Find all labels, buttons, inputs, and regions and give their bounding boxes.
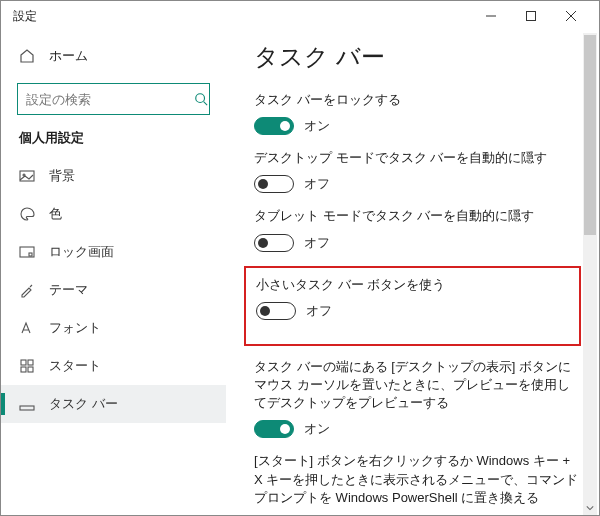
picture-icon (19, 168, 35, 184)
scrollbar-thumb[interactable] (584, 35, 596, 235)
svg-rect-13 (28, 367, 33, 372)
sidebar-item-start[interactable]: スタート (1, 347, 226, 385)
toggle-switch[interactable] (256, 302, 296, 320)
setting-label: [スタート] ボタンを右クリックするか Windows キー + X キーを押し… (254, 452, 581, 507)
toggle-state-label: オフ (304, 234, 330, 252)
toggle-switch[interactable] (254, 117, 294, 135)
svg-rect-10 (21, 360, 26, 365)
sidebar-item-label: 背景 (49, 167, 75, 185)
sidebar-item-label: ロック画面 (49, 243, 114, 261)
svg-point-4 (196, 94, 205, 103)
toggle-state-label: オン (304, 117, 330, 135)
sidebar-item-label: テーマ (49, 281, 88, 299)
svg-rect-12 (21, 367, 26, 372)
sidebar-item-fonts[interactable]: フォント (1, 309, 226, 347)
scrollbar[interactable] (583, 33, 597, 515)
content-pane: タスク バー タスク バーをロックするオンデスクトップ モードでタスク バーを自… (226, 31, 599, 516)
sidebar-item-colors[interactable]: 色 (1, 195, 226, 233)
titlebar: 設定 (1, 1, 599, 31)
theme-icon (19, 282, 35, 298)
font-icon (19, 320, 35, 336)
minimize-button[interactable] (471, 1, 511, 31)
home-label: ホーム (49, 47, 88, 65)
sidebar-item-lockscreen[interactable]: ロック画面 (1, 233, 226, 271)
taskbar-icon (19, 396, 35, 412)
setting-label: タスク バーをロックする (254, 91, 581, 109)
search-input[interactable] (26, 92, 194, 107)
window-title: 設定 (9, 8, 471, 25)
svg-rect-14 (20, 406, 34, 410)
start-icon (19, 358, 35, 374)
sidebar-item-label: 色 (49, 205, 62, 223)
svg-rect-1 (527, 12, 536, 21)
scrollbar-down-icon[interactable] (583, 501, 597, 515)
svg-line-5 (204, 102, 208, 106)
category-header: 個人用設定 (1, 129, 226, 157)
toggle-switch[interactable] (254, 175, 294, 193)
sidebar-item-label: スタート (49, 357, 101, 375)
sidebar-item-background[interactable]: 背景 (1, 157, 226, 195)
toggle-state-label: オン (304, 420, 330, 438)
setting-label: デスクトップ モードでタスク バーを自動的に隠す (254, 149, 581, 167)
search-icon (194, 92, 208, 106)
home-button[interactable]: ホーム (1, 39, 226, 73)
highlight-box: 小さいタスク バー ボタンを使うオフ (244, 266, 581, 346)
setting-label: 小さいタスク バー ボタンを使う (256, 276, 569, 294)
toggle-switch[interactable] (254, 234, 294, 252)
toggle-state-label: オフ (304, 175, 330, 193)
toggle-state-label: オフ (306, 302, 332, 320)
setting-label: タブレット モードでタスク バーを自動的に隠す (254, 207, 581, 225)
toggle-switch[interactable] (254, 420, 294, 438)
setting-label: タスク バーの端にある [デスクトップの表示] ボタンにマウス カーソルを置いた… (254, 358, 581, 413)
maximize-button[interactable] (511, 1, 551, 31)
sidebar-item-label: フォント (49, 319, 101, 337)
svg-rect-9 (29, 253, 32, 256)
palette-icon (19, 206, 35, 222)
close-button[interactable] (551, 1, 591, 31)
sidebar-item-themes[interactable]: テーマ (1, 271, 226, 309)
sidebar-item-label: タスク バー (49, 395, 118, 413)
page-title: タスク バー (254, 41, 581, 73)
sidebar: ホーム 個人用設定 背景 色 ロック画面 テーマ フォント スター (1, 31, 226, 516)
search-box[interactable] (17, 83, 210, 115)
sidebar-item-taskbar[interactable]: タスク バー (1, 385, 226, 423)
lockscreen-icon (19, 244, 35, 260)
svg-rect-11 (28, 360, 33, 365)
home-icon (19, 48, 35, 64)
